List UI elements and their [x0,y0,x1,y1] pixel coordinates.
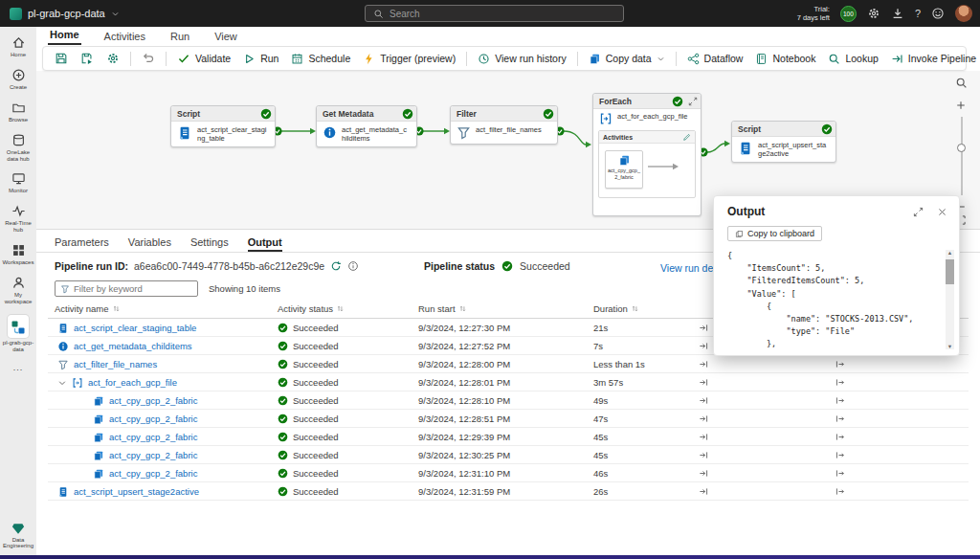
copy-to-clipboard-button[interactable]: Copy to clipboard [727,226,822,241]
pencil-edit-icon[interactable] [682,133,691,142]
inner-copy-activity[interactable]: act_cpy_gcp_2_fabric [605,150,643,189]
sidebar-item-monitor[interactable]: Monitor [0,171,36,194]
settings-gear-icon[interactable] [867,7,880,20]
undo-button[interactable] [136,49,161,68]
scroll-down-arrow[interactable]: ▼ [947,344,952,349]
copy-data-button[interactable]: Copy data [583,50,671,68]
run-button[interactable]: Run [237,50,284,68]
sidebar-item-workspaces[interactable]: Workspaces [0,243,36,266]
input-icon[interactable] [699,323,709,333]
output-icon[interactable] [835,359,845,369]
chevron-down-icon[interactable] [111,10,120,18]
validate-button[interactable]: Validate [171,49,236,68]
filter-keyword-box[interactable] [55,280,198,297]
activity-name-link[interactable]: act_cpy_gcp_2_fabric [109,432,197,442]
input-icon[interactable] [699,359,709,369]
input-icon[interactable] [699,341,709,351]
activity-row-child[interactable]: act_cpy_gcp_2_fabric Succeeded 9/3/2024,… [48,464,969,482]
activity-name-link[interactable]: act_filter_file_names [74,359,157,369]
sidebar-item-browse[interactable]: Browse [0,101,36,123]
tab-variables[interactable]: Variables [128,236,171,252]
input-icon[interactable] [699,414,709,424]
collapse-expand-icon[interactable] [688,97,698,106]
sort-icon[interactable] [112,304,121,313]
activity-row-child[interactable]: act_cpy_gcp_2_fabric Succeeded 9/3/2024,… [48,446,969,464]
activity-row-child[interactable]: act_cpy_gcp_2_fabric Succeeded 9/3/2024,… [48,410,969,428]
output-icon[interactable] [835,450,845,460]
col-activity-status[interactable]: Activity status [278,303,345,314]
sort-icon[interactable] [336,304,345,313]
feedback-smiley-icon[interactable] [931,7,945,20]
refresh-icon[interactable] [330,260,342,272]
tab-settings[interactable]: Settings [190,236,229,252]
input-icon[interactable] [699,395,709,406]
tab-view[interactable]: View [212,29,239,45]
output-icon[interactable] [835,468,845,479]
tab-activities[interactable]: Activities [102,29,147,45]
input-icon[interactable] [699,432,709,442]
activity-row[interactable]: act_script_upsert_stage2active Succeeded… [48,482,969,501]
invoke-pipeline-button[interactable]: Invoke Pipeline [885,50,980,68]
close-icon[interactable] [937,207,947,217]
tab-run[interactable]: Run [168,29,191,45]
output-icon[interactable] [835,395,845,406]
col-duration[interactable]: Duration [593,303,639,314]
activity-row[interactable]: act_for_each_gcp_file Succeeded 9/3/2024… [48,373,969,391]
sidebar-item-current-pipeline[interactable]: pl-grab-gcp-data [0,315,36,353]
scrollbar-thumb[interactable] [946,259,954,284]
tab-output[interactable]: Output [248,236,282,252]
chevron-down-icon[interactable] [57,378,67,388]
activity-name-link[interactable]: act_cpy_gcp_2_fabric [109,450,197,460]
sidebar-item-create[interactable]: Create [0,68,36,91]
sidebar-item-my-workspace[interactable]: My workspace [0,276,36,305]
col-activity-name[interactable]: Activity name [55,303,121,314]
dataflow-button[interactable]: Dataflow [681,50,749,68]
activity-name-link[interactable]: act_cpy_gcp_2_fabric [109,395,197,406]
search-input[interactable] [390,9,615,19]
schedule-button[interactable]: Schedule [285,50,356,68]
output-icon[interactable] [835,486,845,497]
pipeline-title[interactable]: pl-grab-gcp-data [28,8,105,19]
node-get-metadata[interactable]: Get Metadata act_get_metadata_childitems [316,105,417,147]
user-avatar[interactable] [955,5,972,22]
activity-name-link[interactable]: act_get_metadata_childitems [74,341,192,351]
output-icon[interactable] [835,414,845,424]
filter-input[interactable] [74,283,192,294]
node-script-upsert[interactable]: Script act_script_upsert_stage2active [731,121,836,163]
help-icon[interactable]: ? [915,8,921,19]
sort-icon[interactable] [458,304,467,313]
output-icon[interactable] [835,432,845,442]
activity-row-child[interactable]: act_cpy_gcp_2_fabric Succeeded 9/3/2024,… [48,428,969,446]
expand-icon[interactable] [913,207,924,217]
node-foreach[interactable]: ForEach act_for_each_gcp_file Activities… [592,93,702,216]
lookup-button[interactable]: Lookup [822,50,883,68]
activity-name-link[interactable]: act_cpy_gcp_2_fabric [109,468,197,479]
fabric-logo-icon[interactable] [10,8,22,20]
notebook-button[interactable]: Notebook [749,50,821,68]
save-button[interactable] [49,49,74,68]
canvas-zoom-search[interactable] [955,77,968,89]
tab-home[interactable]: Home [48,27,81,45]
col-run-start[interactable]: Run start [418,303,467,314]
download-icon[interactable] [891,7,904,20]
activity-row-child[interactable]: act_cpy_gcp_2_fabric Succeeded 9/3/2024,… [48,391,969,410]
input-icon[interactable] [699,486,709,497]
activity-name-link[interactable]: act_for_each_gcp_file [88,377,177,388]
output-icon[interactable] [835,377,845,388]
zoom-in-button[interactable] [955,100,967,111]
activity-name-link[interactable]: act_script_clear_staging_table [74,323,196,333]
node-script-clear-staging[interactable]: Script act_script_clear_staging_table [170,105,276,147]
node-filter[interactable]: Filter act_filter_file_names [450,105,558,145]
view-run-history-button[interactable]: View run history [472,50,572,68]
trigger-preview-button[interactable]: Trigger (preview) [357,50,461,68]
sidebar-item-home[interactable]: Home [0,35,36,58]
zoom-slider-handle[interactable] [957,144,966,152]
activity-name-link[interactable]: act_cpy_gcp_2_fabric [109,414,197,424]
input-icon[interactable] [699,450,709,460]
sidebar-item-more[interactable]: ... [0,363,36,372]
save-and-run-button[interactable] [75,49,100,68]
tab-parameters[interactable]: Parameters [55,236,109,252]
sidebar-item-realtime-hub[interactable]: Real-Time hub [0,204,36,234]
scroll-up-arrow[interactable]: ▲ [947,250,952,256]
pipeline-settings-button[interactable] [100,49,125,68]
